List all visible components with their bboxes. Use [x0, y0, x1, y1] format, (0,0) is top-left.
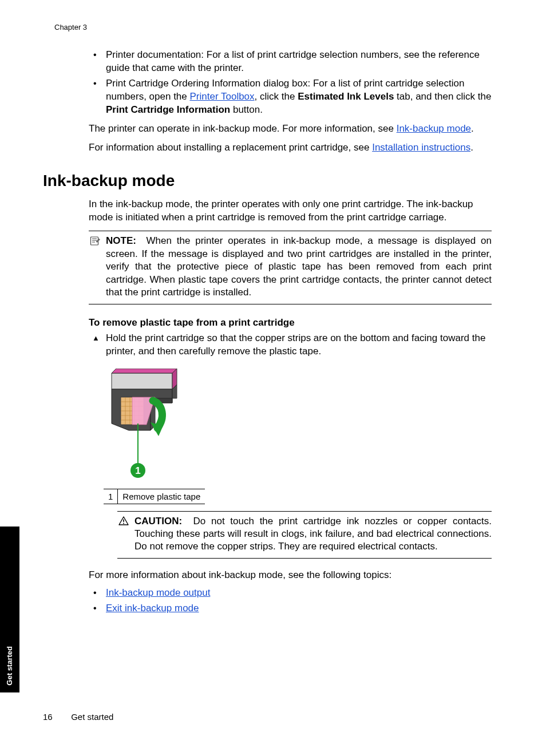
text-fragment: , click the: [255, 91, 298, 102]
caution-text: CAUTION: Do not touch the print cartridg…: [134, 515, 492, 553]
bullet-item: Ink-backup mode output: [89, 587, 492, 600]
text-fragment: For information about installing a repla…: [89, 142, 372, 153]
bullet-item: Exit ink-backup mode: [89, 602, 492, 615]
side-tab-label: Get started: [5, 646, 14, 686]
ink-backup-output-link[interactable]: Ink-backup mode output: [106, 587, 210, 598]
caution-callout: CAUTION: Do not touch the print cartridg…: [117, 511, 492, 559]
caution-wrap: CAUTION: Do not touch the print cartridg…: [117, 511, 492, 559]
cartridge-illustration: 1: [104, 369, 195, 483]
legend-text: Remove plastic tape: [118, 489, 205, 504]
bold-text: Estimated Ink Levels: [298, 91, 394, 102]
note-callout: NOTE: When the printer operates in ink-b…: [89, 231, 492, 304]
callout-number: 1: [135, 465, 140, 476]
side-tab: Get started: [0, 527, 19, 692]
paragraph: For information about installing a repla…: [89, 141, 492, 155]
svg-marker-2: [112, 369, 177, 373]
exit-ink-backup-link[interactable]: Exit ink-backup mode: [106, 603, 199, 613]
section-body: In the ink-backup mode, the printer oper…: [89, 198, 492, 615]
note-body: When the printer operates in ink-backup …: [106, 235, 492, 298]
ink-backup-mode-link[interactable]: Ink-backup mode: [397, 123, 471, 134]
more-info-paragraph: For more information about ink-backup mo…: [89, 569, 492, 582]
page-footer: 16 Get started: [43, 712, 113, 722]
bullet-item: Printer documentation: For a list of pri…: [89, 49, 492, 75]
page-number: 16: [43, 712, 69, 722]
caution-body: Do not touch the print cartridge ink noz…: [134, 516, 492, 552]
procedure-step: Hold the print cartridge so that the cop…: [89, 332, 492, 358]
text-fragment: button.: [230, 104, 263, 115]
procedure-subhead: To remove plastic tape from a print cart…: [89, 317, 492, 328]
svg-point-22: [123, 523, 124, 524]
figure-legend: 1 Remove plastic tape: [104, 489, 205, 504]
topic-link-list: Ink-backup mode output Exit ink-backup m…: [89, 587, 492, 615]
footer-section: Get started: [71, 712, 113, 722]
installation-instructions-link[interactable]: Installation instructions: [372, 142, 470, 153]
figure: 1 1 Remove plastic tape: [104, 369, 492, 504]
bullet-text: Printer documentation: For a list of pri…: [106, 49, 480, 73]
step-text: Hold the print cartridge so that the cop…: [106, 333, 485, 357]
text-fragment: tab, and then click the: [394, 91, 491, 102]
intro-bullet-list: Printer documentation: For a list of pri…: [89, 49, 492, 117]
note-label: NOTE:: [106, 235, 136, 246]
document-page: Chapter 3 Printer documentation: For a l…: [0, 0, 546, 756]
text-fragment: The printer can operate in ink-backup mo…: [89, 123, 397, 134]
section-heading: Ink-backup mode: [43, 172, 492, 190]
legend-number: 1: [104, 489, 118, 504]
note-text: NOTE: When the printer operates in ink-b…: [106, 235, 492, 299]
section-intro-paragraph: In the ink-backup mode, the printer oper…: [89, 198, 492, 224]
caution-icon: [117, 515, 130, 525]
note-icon: [89, 235, 101, 246]
text-fragment: .: [470, 142, 473, 153]
bold-text: Print Cartridge Information: [106, 104, 230, 115]
procedure-step-list: Hold the print cartridge so that the cop…: [89, 332, 492, 358]
printer-toolbox-link[interactable]: Printer Toolbox: [189, 91, 254, 102]
paragraph: The printer can operate in ink-backup mo…: [89, 122, 492, 136]
svg-marker-1: [112, 373, 172, 389]
chapter-label: Chapter 3: [54, 23, 492, 31]
caution-label: CAUTION:: [134, 516, 182, 527]
bullet-item: Print Cartridge Ordering Information dia…: [89, 77, 492, 117]
intro-block: Printer documentation: For a list of pri…: [89, 49, 492, 155]
text-fragment: .: [471, 123, 474, 134]
